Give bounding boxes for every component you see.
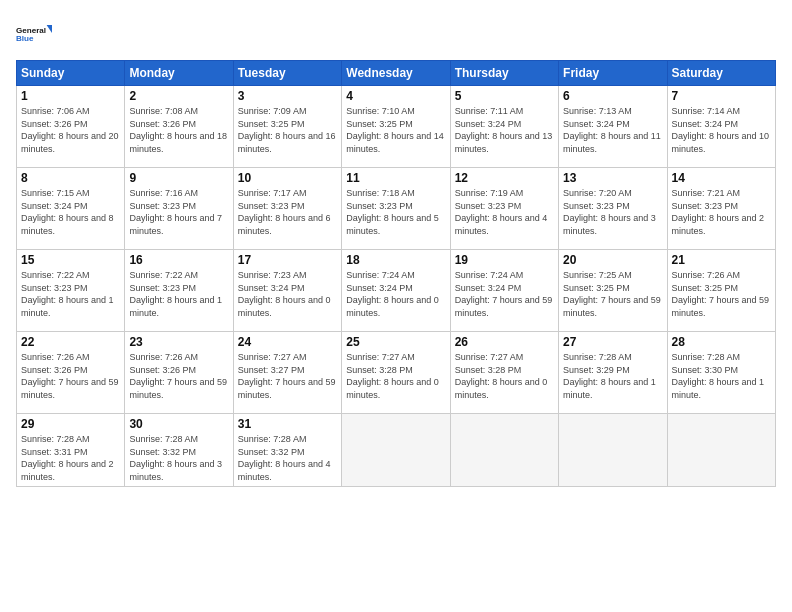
day-number: 31 xyxy=(238,417,337,431)
day-info: Sunrise: 7:21 AMSunset: 3:23 PMDaylight:… xyxy=(672,187,771,237)
day-number: 7 xyxy=(672,89,771,103)
calendar-cell xyxy=(450,414,558,487)
calendar-cell xyxy=(342,414,450,487)
day-info: Sunrise: 7:16 AMSunset: 3:23 PMDaylight:… xyxy=(129,187,228,237)
calendar-cell: 5Sunrise: 7:11 AMSunset: 3:24 PMDaylight… xyxy=(450,86,558,168)
calendar-cell: 21Sunrise: 7:26 AMSunset: 3:25 PMDayligh… xyxy=(667,250,775,332)
day-number: 18 xyxy=(346,253,445,267)
day-number: 10 xyxy=(238,171,337,185)
day-number: 26 xyxy=(455,335,554,349)
calendar-cell: 6Sunrise: 7:13 AMSunset: 3:24 PMDaylight… xyxy=(559,86,667,168)
day-number: 20 xyxy=(563,253,662,267)
day-info: Sunrise: 7:28 AMSunset: 3:32 PMDaylight:… xyxy=(129,433,228,483)
day-number: 17 xyxy=(238,253,337,267)
day-info: Sunrise: 7:26 AMSunset: 3:25 PMDaylight:… xyxy=(672,269,771,319)
day-info: Sunrise: 7:28 AMSunset: 3:31 PMDaylight:… xyxy=(21,433,120,483)
weekday-header-saturday: Saturday xyxy=(667,61,775,86)
calendar-cell: 13Sunrise: 7:20 AMSunset: 3:23 PMDayligh… xyxy=(559,168,667,250)
calendar-cell: 22Sunrise: 7:26 AMSunset: 3:26 PMDayligh… xyxy=(17,332,125,414)
calendar-table: SundayMondayTuesdayWednesdayThursdayFrid… xyxy=(16,60,776,487)
day-info: Sunrise: 7:28 AMSunset: 3:30 PMDaylight:… xyxy=(672,351,771,401)
calendar-header: SundayMondayTuesdayWednesdayThursdayFrid… xyxy=(17,61,776,86)
day-info: Sunrise: 7:11 AMSunset: 3:24 PMDaylight:… xyxy=(455,105,554,155)
calendar-cell: 16Sunrise: 7:22 AMSunset: 3:23 PMDayligh… xyxy=(125,250,233,332)
calendar-week-4: 22Sunrise: 7:26 AMSunset: 3:26 PMDayligh… xyxy=(17,332,776,414)
day-info: Sunrise: 7:26 AMSunset: 3:26 PMDaylight:… xyxy=(21,351,120,401)
day-info: Sunrise: 7:20 AMSunset: 3:23 PMDaylight:… xyxy=(563,187,662,237)
svg-marker-2 xyxy=(47,25,52,33)
day-info: Sunrise: 7:27 AMSunset: 3:28 PMDaylight:… xyxy=(346,351,445,401)
calendar-cell: 24Sunrise: 7:27 AMSunset: 3:27 PMDayligh… xyxy=(233,332,341,414)
calendar-cell: 26Sunrise: 7:27 AMSunset: 3:28 PMDayligh… xyxy=(450,332,558,414)
day-info: Sunrise: 7:22 AMSunset: 3:23 PMDaylight:… xyxy=(129,269,228,319)
calendar-cell: 31Sunrise: 7:28 AMSunset: 3:32 PMDayligh… xyxy=(233,414,341,487)
day-number: 23 xyxy=(129,335,228,349)
day-number: 16 xyxy=(129,253,228,267)
calendar-cell: 25Sunrise: 7:27 AMSunset: 3:28 PMDayligh… xyxy=(342,332,450,414)
day-info: Sunrise: 7:17 AMSunset: 3:23 PMDaylight:… xyxy=(238,187,337,237)
calendar-cell: 8Sunrise: 7:15 AMSunset: 3:24 PMDaylight… xyxy=(17,168,125,250)
day-info: Sunrise: 7:22 AMSunset: 3:23 PMDaylight:… xyxy=(21,269,120,319)
calendar-cell: 10Sunrise: 7:17 AMSunset: 3:23 PMDayligh… xyxy=(233,168,341,250)
calendar-week-3: 15Sunrise: 7:22 AMSunset: 3:23 PMDayligh… xyxy=(17,250,776,332)
day-number: 19 xyxy=(455,253,554,267)
day-number: 4 xyxy=(346,89,445,103)
day-number: 8 xyxy=(21,171,120,185)
calendar-cell: 1Sunrise: 7:06 AMSunset: 3:26 PMDaylight… xyxy=(17,86,125,168)
day-number: 3 xyxy=(238,89,337,103)
calendar-week-2: 8Sunrise: 7:15 AMSunset: 3:24 PMDaylight… xyxy=(17,168,776,250)
day-info: Sunrise: 7:10 AMSunset: 3:25 PMDaylight:… xyxy=(346,105,445,155)
weekday-header-tuesday: Tuesday xyxy=(233,61,341,86)
calendar-cell: 19Sunrise: 7:24 AMSunset: 3:24 PMDayligh… xyxy=(450,250,558,332)
calendar-cell: 27Sunrise: 7:28 AMSunset: 3:29 PMDayligh… xyxy=(559,332,667,414)
day-info: Sunrise: 7:24 AMSunset: 3:24 PMDaylight:… xyxy=(455,269,554,319)
weekday-header-row: SundayMondayTuesdayWednesdayThursdayFrid… xyxy=(17,61,776,86)
calendar-cell xyxy=(667,414,775,487)
day-number: 25 xyxy=(346,335,445,349)
day-number: 24 xyxy=(238,335,337,349)
day-number: 27 xyxy=(563,335,662,349)
day-info: Sunrise: 7:27 AMSunset: 3:28 PMDaylight:… xyxy=(455,351,554,401)
day-number: 30 xyxy=(129,417,228,431)
calendar-cell: 12Sunrise: 7:19 AMSunset: 3:23 PMDayligh… xyxy=(450,168,558,250)
day-number: 28 xyxy=(672,335,771,349)
day-number: 21 xyxy=(672,253,771,267)
day-number: 11 xyxy=(346,171,445,185)
day-number: 29 xyxy=(21,417,120,431)
calendar-cell: 4Sunrise: 7:10 AMSunset: 3:25 PMDaylight… xyxy=(342,86,450,168)
calendar-cell: 9Sunrise: 7:16 AMSunset: 3:23 PMDaylight… xyxy=(125,168,233,250)
day-info: Sunrise: 7:08 AMSunset: 3:26 PMDaylight:… xyxy=(129,105,228,155)
day-number: 12 xyxy=(455,171,554,185)
day-info: Sunrise: 7:26 AMSunset: 3:26 PMDaylight:… xyxy=(129,351,228,401)
calendar-cell: 17Sunrise: 7:23 AMSunset: 3:24 PMDayligh… xyxy=(233,250,341,332)
day-number: 1 xyxy=(21,89,120,103)
day-info: Sunrise: 7:28 AMSunset: 3:32 PMDaylight:… xyxy=(238,433,337,483)
logo: General Blue xyxy=(16,16,52,52)
calendar-cell: 14Sunrise: 7:21 AMSunset: 3:23 PMDayligh… xyxy=(667,168,775,250)
calendar-cell: 15Sunrise: 7:22 AMSunset: 3:23 PMDayligh… xyxy=(17,250,125,332)
day-info: Sunrise: 7:09 AMSunset: 3:25 PMDaylight:… xyxy=(238,105,337,155)
day-info: Sunrise: 7:28 AMSunset: 3:29 PMDaylight:… xyxy=(563,351,662,401)
day-info: Sunrise: 7:14 AMSunset: 3:24 PMDaylight:… xyxy=(672,105,771,155)
day-info: Sunrise: 7:24 AMSunset: 3:24 PMDaylight:… xyxy=(346,269,445,319)
day-info: Sunrise: 7:13 AMSunset: 3:24 PMDaylight:… xyxy=(563,105,662,155)
calendar-cell: 28Sunrise: 7:28 AMSunset: 3:30 PMDayligh… xyxy=(667,332,775,414)
weekday-header-wednesday: Wednesday xyxy=(342,61,450,86)
day-info: Sunrise: 7:27 AMSunset: 3:27 PMDaylight:… xyxy=(238,351,337,401)
weekday-header-sunday: Sunday xyxy=(17,61,125,86)
weekday-header-monday: Monday xyxy=(125,61,233,86)
calendar-cell xyxy=(559,414,667,487)
logo-svg: General Blue xyxy=(16,16,52,52)
day-info: Sunrise: 7:23 AMSunset: 3:24 PMDaylight:… xyxy=(238,269,337,319)
calendar-container: General Blue SundayMondayTuesdayWednesda… xyxy=(0,0,792,612)
calendar-cell: 23Sunrise: 7:26 AMSunset: 3:26 PMDayligh… xyxy=(125,332,233,414)
calendar-cell: 30Sunrise: 7:28 AMSunset: 3:32 PMDayligh… xyxy=(125,414,233,487)
day-number: 6 xyxy=(563,89,662,103)
day-number: 15 xyxy=(21,253,120,267)
day-info: Sunrise: 7:15 AMSunset: 3:24 PMDaylight:… xyxy=(21,187,120,237)
day-number: 2 xyxy=(129,89,228,103)
day-info: Sunrise: 7:18 AMSunset: 3:23 PMDaylight:… xyxy=(346,187,445,237)
day-number: 13 xyxy=(563,171,662,185)
day-number: 14 xyxy=(672,171,771,185)
calendar-cell: 29Sunrise: 7:28 AMSunset: 3:31 PMDayligh… xyxy=(17,414,125,487)
